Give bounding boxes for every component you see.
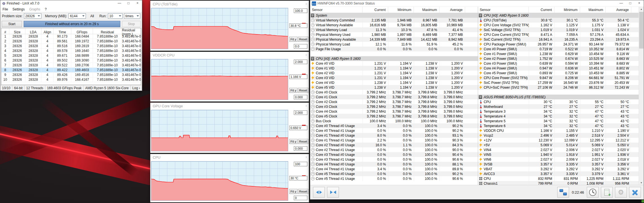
sensor-row[interactable]: CPU Package Power (SMU)26.957 W24.371 W9… [478,42,639,47]
table-row[interactable]: 42832628328489.578169.16407.851889e-103.… [1,49,141,53]
sensor-row[interactable]: Temperature 634 °C32 °C47 °C43 °C [478,123,639,128]
sensor-row[interactable]: Core #4 Clock3,799.2 MHz3,798.7 MHz3,799… [310,109,478,114]
sensor-row[interactable]: CPU+SoC Power (SVI2 TFN)27.106 W24.746 W… [478,85,639,90]
sensor-row[interactable]: Core #4 Thread #1 Usage3.4 %0.0 %100.0 %… [310,167,478,171]
sensor-row[interactable]: Temperature 434 °C32 °C47 °C43 °C [478,114,639,119]
graph-close-icon[interactable]: x [306,2,307,5]
maximize-button[interactable]: □ [124,0,133,6]
column-header-maximum[interactable]: Maximum [414,7,439,13]
sensor-group-row[interactable]: System [310,13,478,18]
sensor-row[interactable]: VIN42.027 V2.006 V2.027 V2.020 V [478,147,639,152]
graph-close-icon[interactable]: x [306,155,307,159]
sensor-row[interactable]: Core #3 Power (SMU)0.639 W0.594 W10.394 … [478,61,639,66]
sensor-row[interactable]: Bus Clock100.0 MHz100.0 MHz100.0 MHz100.… [310,119,478,123]
sensor-row[interactable]: Core #2 Clock3,799.2 MHz3,798.7 MHz3,799… [310,99,478,104]
times-select[interactable]: times [124,13,140,19]
sensor-row[interactable]: CPU Core Power (SVI2 TFN)9.847 W8.206 W6… [478,75,639,80]
y-min-input[interactable]: 0.0 [294,44,307,49]
scroll-up-arrow[interactable]: ▲ [639,7,644,11]
vertical-scrollbar[interactable]: ▲ ▼ [639,7,644,185]
sensor-row[interactable]: VDDCR CPU1.166 V1.155 V1.210 V1.190 V [478,128,639,133]
sensor-group-row[interactable]: ASUS PRIME B350-PLUS (ITE IT8655E) [478,95,639,99]
sensor-row[interactable]: Physical Memory Used1,980 MB1,897 MB8,46… [310,32,478,37]
sensor-row[interactable]: Core #1 Power (SMU)1.238 W0.629 W10.454 … [478,51,639,56]
sensor-row[interactable]: Core #5 Thread #1 Usage0.0 %0.0 %100.0 %… [310,176,478,181]
sensor-row[interactable]: Physical Memory Available14,339 MB7,849 … [310,37,478,42]
close-button[interactable]: × [133,0,142,6]
sensor-row[interactable]: Core #0 Thread #1 Usage0.0 %0.0 %100.0 %… [310,128,478,133]
sensor-row[interactable]: +5V5.069 V5.014 V5.069 V5.050 V [478,143,639,147]
sensor-row[interactable]: Core #0 Clock3,799.2 MHz3,798.7 MHz3,799… [310,90,478,95]
graph-close-icon[interactable]: x [306,53,307,56]
sensor-row[interactable]: Core #3 Clock3,799.2 MHz3,798.7 MHz3,799… [310,104,478,109]
y-max-input[interactable]: 100 [294,162,307,166]
column-header-sensor[interactable]: Sensor [478,7,528,13]
y-min-input[interactable]: 0.000 [294,95,307,99]
sensor-row[interactable]: Core #0 Power (SMU)0.719 W0.522 W10.352 … [478,47,639,51]
maximize-button[interactable]: □ [626,0,635,6]
menu-settings[interactable]: Settings [10,7,27,11]
table-row[interactable]: 32832628328489.516169.28197.851889e-103.… [1,44,141,49]
sensor-row[interactable]: Core #1 VID1.231 V1.194 V1.238 V1.200 V [310,66,478,71]
sensor-row[interactable]: Virtual Memory Load11.3 %10.3 %47.8 %41.… [310,27,478,32]
sensor-row[interactable]: Core #1 Clock3,799.2 MHz3,798.7 MHz3,799… [310,95,478,99]
sensor-row[interactable]: Temperature 334 °C32 °C47 °C43 °C [478,109,639,114]
sensor-row[interactable]: VIN62.027 V2.006 V2.027 V2.018 V [478,157,639,162]
graph-plot-area[interactable] [151,161,288,201]
sensor-row[interactable]: Virtual Memory Commited2,135 MB1,946 MB8… [310,18,478,23]
close-sensors-button[interactable] [629,187,641,198]
sensor-row[interactable]: Core #5 VID1.238 V1.194 V1.238 V1.200 V [310,85,478,90]
sensor-row[interactable]: Core #0 VID1.231 V1.194 V1.238 V1.200 V [310,61,478,66]
sensor-row[interactable]: Temperature 534 °C32 °C47 °C43 °C [478,119,639,123]
sensor-row[interactable]: Core #3 Thread #1 Usage0.0 %0.0 %100.0 %… [310,157,478,162]
sensor-row[interactable]: SoC Voltage (SVI2 TFN)1.019 V1.019 V1.03… [478,27,639,32]
scrollbar-thumb[interactable] [639,12,643,49]
table-row[interactable]: 12832628328490.173168.04847.851889e-103.… [1,34,141,39]
sensor-row[interactable]: Core #5 Thread #0 Usage0.0 %0.0 %100.0 %… [310,171,478,176]
sensor-row[interactable]: Virtual Memory Available16,616 MB9,784 M… [310,23,478,27]
reset-button[interactable]: Reset [298,88,308,93]
sensor-row[interactable]: CPU30 °C30 °C55 °C50 °C [478,99,639,104]
sensor-row[interactable]: Core #5 Power (SMU)0.893 W0.725 W10.453 … [478,71,639,75]
minimize-button[interactable]: — [115,0,124,6]
logging-button[interactable] [601,187,613,198]
remote-sensors-button[interactable] [557,187,569,198]
column-header-average[interactable]: Average [605,7,631,13]
sensor-row[interactable]: Core #5 Clock3,799.2 MHz3,798.7 MHz3,799… [310,114,478,119]
menu-file[interactable]: File [0,7,10,11]
table-row[interactable]: 82832628328489.422169.46037.851889e-103.… [1,68,141,73]
minimize-button[interactable]: — [617,0,626,6]
sensor-row[interactable]: Core #4 Power (SMU)0.947 W0.636 W10.451 … [478,66,639,71]
sensor-row[interactable]: +12V12.230 V12.099 V12.295 V12.212 V [478,138,639,143]
table-row[interactable]: 22832628328489.561169.19727.851889e-103.… [1,39,141,44]
fit-y-button[interactable]: Fit y [289,189,297,194]
table-row[interactable]: 62832628328489.502169.30907.851889e-103.… [1,58,141,63]
sensor-row[interactable]: CPU Core Voltage (SVI2 TFN)1.162 V1.125 … [478,23,639,27]
column-header-minimum[interactable]: Minimum [554,7,580,13]
y-max-input[interactable]: 2.000 [294,110,307,115]
column-header-sensor[interactable]: Sensor [310,7,362,13]
collapse-columns-button[interactable] [327,187,339,198]
reset-button[interactable]: Reset [298,189,308,194]
hwinfo-titlebar[interactable]: HWiNFO64 v5.70-3300 Sensor Status — □ × [310,0,644,7]
sensor-row[interactable]: Vccp22.496 V2.485 V2.518 V2.504 V [478,133,639,138]
graph-plot-area[interactable] [151,59,288,100]
table-row[interactable]: 102832628328489.976168.41677.851889e-103… [1,77,141,82]
sensor-row[interactable]: VBAT3.292 V3.292 V3.292 V3.292 V [478,167,639,171]
menu-[interactable]: ? [43,7,49,11]
stop-button[interactable]: Stop [122,21,141,27]
sensor-row[interactable]: Core #3 VID1.231 V1.194 V1.238 V1.200 V [310,75,478,80]
graph-close-icon[interactable]: x [306,104,307,107]
sensor-row[interactable]: SoC Power (SVI2 TFN)17.259 W16.540 W23.8… [478,80,639,85]
graph-plot-area[interactable] [151,8,288,49]
sensor-row[interactable]: Core #1 Thread #1 Usage2.2 %0.0 %100.0 %… [310,138,478,143]
y-max-input[interactable]: 100.0 [294,8,307,13]
scroll-down-arrow[interactable]: ▼ [639,180,644,185]
sensor-row[interactable]: Physical Memory Load12.1 %11.6 %51.9 %45… [310,42,478,47]
sensor-row[interactable]: Core #4 Thread #0 Usage0.0 %0.0 %100.0 %… [310,162,478,167]
settings-button[interactable]: ⚙ [615,187,627,198]
table-row[interactable]: 72832628328489.522169.27067.851889e-103.… [1,63,141,68]
fit-y-button[interactable]: Fit y [289,37,297,42]
y-min-input[interactable]: 0 [294,196,307,200]
sensor-group-row[interactable]: CPU [#0]: AMD Ryzen 5 1600 [478,13,639,18]
